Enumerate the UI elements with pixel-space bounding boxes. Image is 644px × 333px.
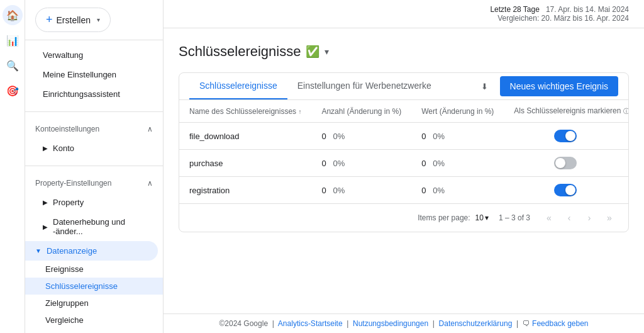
sidebar-item-datenerhebung[interactable]: ▶ Datenerhebung und -änder... [25,212,163,241]
new-event-btn-wrapper: Neues wichtiges Ereignis [500,76,618,96]
datenschutz-link[interactable]: Datenschutzerklärung [439,319,513,328]
arrow-icon4: ▼ [35,247,42,254]
home-icon[interactable]: 🏠 [3,5,23,25]
divider1 [25,111,163,112]
page-info: 1 – 3 of 3 [499,213,530,222]
sidebar-item-benutzerdefinierte[interactable]: Benutzerdefinierte Definiti... [25,329,163,333]
items-per-page-label: Items per page: [418,213,470,222]
main-content: Letzte 28 Tage 17. Apr. bis 14. Mai 2024… [164,0,644,333]
download-button[interactable]: ⬇ [475,76,495,96]
sidebar-item-schlusselereignisse[interactable]: Schlüsselereignisse [25,278,163,295]
collapse-icon: ∧ [147,125,153,133]
cell-name: file_download [179,123,311,150]
feedback-link[interactable]: Feedback geben [532,319,588,328]
last-page-button[interactable]: » [601,209,618,227]
schlusselereignisse-label: Schlüsselereignisse [45,281,118,291]
tabs-actions: ⬇ Neues wichtiges Ereignis [475,76,618,96]
collapse-icon2: ∧ [147,179,153,188]
sidebar-item-einrichtungsassistent[interactable]: Einrichtungsassistent [25,84,163,104]
table-row: registration 0 0% 0 0% ⋮ [179,177,629,204]
create-button[interactable]: + Erstellen ▾ [35,8,111,32]
col-header-wert: Wert (Änderung in %) [411,100,504,123]
main-card: Schlüsselereignisse Einstellungen für We… [179,72,629,232]
table-row: file_download 0 0% 0 0% ⋮ [179,123,629,150]
page-title-row: Schlüsselereignisse ✅ ▾ [179,43,629,60]
icon-rail: 🏠 📊 🔍 🎯 [0,0,25,333]
property-label: Property [53,198,84,207]
chevron-down-icon: ▾ [97,16,100,23]
sidebar-item-zielgruppen[interactable]: Zielgruppen [25,295,163,312]
page-title: Schlüsselereignisse [179,43,301,60]
kontoeinstellungen-header[interactable]: Kontoeinstellungen ∧ [25,120,163,138]
prev-page-button[interactable]: ‹ [560,209,578,227]
per-page-select[interactable]: 10 ▾ [475,213,489,222]
zielgruppen-label: Zielgruppen [45,298,89,308]
page-title-dropdown[interactable]: ▾ [325,47,329,57]
cell-anzahl: 0 0% [311,177,411,204]
table-container: Name des Schlüsselereignisses ↑ Anzahl (… [179,100,628,203]
cell-toggle [504,177,629,204]
property-einstellungen-label: Property-Einstellungen [35,179,111,188]
konto-section: Kontoeinstellungen ∧ ▶ Konto [25,115,163,163]
kontoeinstellungen-label: Kontoeinstellungen [35,125,99,133]
cell-wert: 0 0% [411,123,504,150]
per-page-value: 10 [475,213,484,222]
cell-toggle [504,150,629,177]
per-page-chevron: ▾ [485,213,489,222]
sidebar: + Erstellen ▾ Verwaltung Meine Einstellu… [25,0,164,333]
sidebar-item-datenanzeige[interactable]: ▼ Datenanzeige [25,241,158,261]
arrow-icon: ▶ [43,145,48,152]
target-icon[interactable]: 🎯 [3,81,23,101]
toggle-switch[interactable] [554,184,577,196]
main-header: Letzte 28 Tage 17. Apr. bis 14. Mai 2024… [164,0,644,28]
cell-wert: 0 0% [411,150,504,177]
plus-icon: + [46,13,53,26]
sidebar-item-meine-einstellungen[interactable]: Meine Einstellungen [25,65,163,84]
property-section: Property-Einstellungen ∧ ▶ Property ▶ Da… [25,169,163,333]
sort-icon: ↑ [298,108,301,115]
events-table: Name des Schlüsselereignisses ↑ Anzahl (… [179,100,629,203]
chart-icon[interactable]: 📊 [3,30,23,50]
sidebar-item-konto[interactable]: ▶ Konto [25,138,163,158]
sidebar-top: + Erstellen ▾ [25,0,163,40]
page-nav: « ‹ › » [540,209,618,227]
arrow-icon2: ▶ [43,199,48,206]
property-einstellungen-header[interactable]: Property-Einstellungen ∧ [25,174,163,193]
einrichtungsassistent-label: Einrichtungsassistent [43,89,120,99]
sidebar-item-property[interactable]: ▶ Property [25,193,163,212]
next-page-button[interactable]: › [580,209,598,227]
cell-anzahl: 0 0% [311,123,411,150]
cell-toggle [504,123,629,150]
info-icon: ⓘ [623,108,629,115]
datenerhebung-label: Datenerhebung und -änder... [53,217,153,236]
verwaltung-section: Verwaltung Meine Einstellungen Einrichtu… [25,40,163,109]
create-label: Erstellen [57,15,91,25]
sidebar-item-ereignisse[interactable]: Ereignisse [25,261,163,278]
tab-werbenetzwerke[interactable]: Einstellungen für Werbenetzwerke [287,73,441,99]
verified-icon: ✅ [306,45,319,59]
table-row: purchase 0 0% 0 0% ⋮ [179,150,629,177]
new-event-button[interactable]: Neues wichtiges Ereignis [500,76,618,96]
compare-range: 20. März bis 16. Apr. 2024 [541,14,629,23]
sidebar-item-vergleiche[interactable]: Vergleiche [25,312,163,329]
toggle-switch[interactable] [554,157,577,169]
sidebar-item-verwaltung[interactable]: Verwaltung [25,45,163,65]
cell-wert: 0 0% [411,177,504,204]
meine-einstellungen-label: Meine Einstellungen [43,70,116,79]
nutzungsbedingungen-link[interactable]: Nutzungsbedingungen [353,319,428,328]
items-per-page: Items per page: 10 ▾ [418,213,489,222]
toggle-switch[interactable] [554,130,577,142]
compare-label: Vergleichen: [497,14,539,23]
search-icon[interactable]: 🔍 [3,55,23,76]
tab-schlusselereignisse[interactable]: Schlüsselereignisse [189,73,287,99]
col-header-markieren: Als Schlüsselereignis markieren ⓘ [504,100,629,123]
copyright: ©2024 Google [219,319,268,328]
first-page-button[interactable]: « [540,209,558,227]
konto-label: Konto [53,144,74,153]
analytics-startseite-link[interactable]: Analytics-Startseite [278,319,343,328]
cell-name: purchase [179,150,311,177]
cell-name: registration [179,177,311,204]
datenanzeige-label: Datenanzeige [47,246,97,256]
cell-anzahl: 0 0% [311,150,411,177]
page-footer: ©2024 Google | Analytics-Startseite | Nu… [164,313,644,333]
